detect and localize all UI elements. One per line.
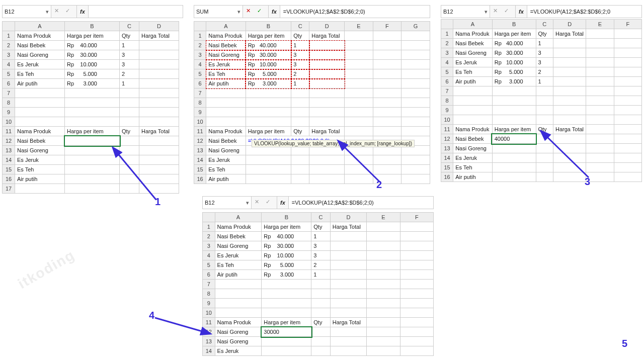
- arrow-4: [151, 312, 211, 342]
- svg-line-1: [343, 146, 380, 182]
- svg-line-3: [155, 318, 204, 332]
- fragment-4: B12▾ ✕ ✓ fx =VLOOKUP(A12;$A$2:$D$6;2;0) …: [202, 196, 434, 356]
- fx-label[interactable]: fx: [77, 6, 89, 18]
- name-box[interactable]: B12▾: [3, 6, 51, 18]
- callout-4: 4: [149, 310, 154, 321]
- cancel-icon[interactable]: ✕: [246, 8, 254, 16]
- cell-b12-result[interactable]: 30000: [262, 327, 311, 337]
- formula-input[interactable]: =VLOOKUP(A12;$A$2:$D$6;2;0): [289, 197, 433, 209]
- accept-icon[interactable]: ✓: [65, 8, 73, 16]
- callout-5: 5: [622, 338, 627, 349]
- callout-3: 3: [585, 176, 590, 188]
- fx-label[interactable]: fx: [516, 6, 527, 18]
- formula-input[interactable]: =VLOOKUP(A12;$A$2:$D$6;2;0: [527, 6, 641, 18]
- watermark: itkoding: [15, 247, 77, 292]
- chevron-down-icon: ▾: [46, 9, 49, 15]
- name-box[interactable]: B12▾: [441, 6, 490, 18]
- svg-line-0: [117, 153, 156, 200]
- callout-2: 2: [376, 179, 382, 191]
- accept-icon[interactable]: ✓: [504, 8, 512, 16]
- formula-input[interactable]: =VLOOKUP(A12;$A$2:$D$6;2;0): [280, 6, 430, 18]
- fx-label[interactable]: fx: [277, 197, 289, 209]
- accept-icon[interactable]: ✓: [257, 8, 265, 16]
- callout-1: 1: [155, 196, 160, 208]
- grid-2[interactable]: ABCDEFG 1Nama ProdukHarga per itemQtyHar…: [194, 21, 430, 184]
- formula-input[interactable]: [89, 6, 183, 18]
- name-box[interactable]: SUM▾: [194, 6, 243, 18]
- cancel-icon[interactable]: ✕: [54, 8, 62, 16]
- cancel-icon[interactable]: ✕: [255, 199, 263, 207]
- svg-line-2: [546, 136, 589, 177]
- cell-b12-result[interactable]: 40000: [492, 134, 536, 144]
- accept-icon[interactable]: ✓: [266, 199, 274, 207]
- fragment-2: SUM▾ ✕ ✓ fx =VLOOKUP(A12;$A$2:$D$6;2;0) …: [194, 5, 430, 184]
- cell-b12[interactable]: [65, 136, 120, 146]
- vlookup-tooltip: VLOOKUP(lookup_value; table_array; col_i…: [252, 140, 415, 147]
- grid-4[interactable]: ABCDEF 1Nama ProdukHarga per itemQtyHarg…: [202, 212, 434, 356]
- name-box[interactable]: B12▾: [203, 197, 252, 209]
- formula-bar: B12▾ ✕ ✓ fx: [2, 5, 183, 18]
- cancel-icon[interactable]: ✕: [493, 8, 501, 16]
- fx-label[interactable]: fx: [269, 6, 280, 18]
